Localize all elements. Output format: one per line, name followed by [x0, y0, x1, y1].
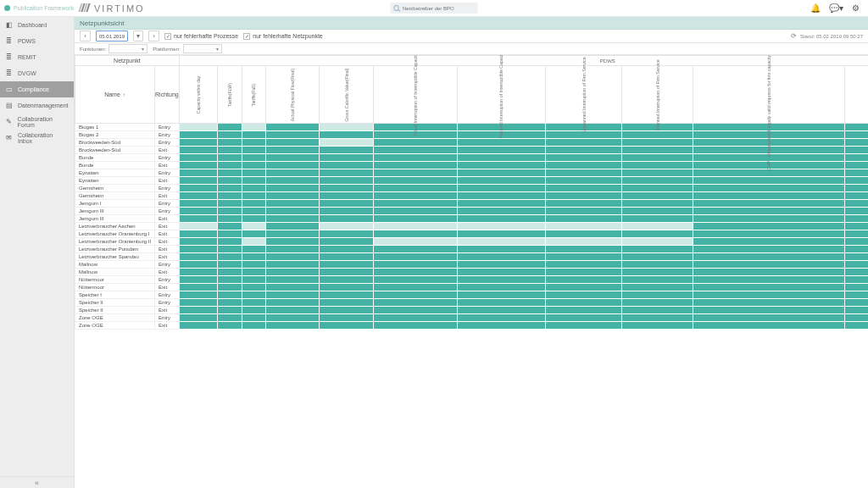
- status-cell[interactable]: [693, 208, 845, 215]
- chat-icon[interactable]: 💬▾: [829, 3, 843, 13]
- status-cell[interactable]: [242, 269, 265, 276]
- status-cell[interactable]: [218, 223, 242, 230]
- sidebar-item-compliance[interactable]: ▭Compliance: [0, 81, 74, 97]
- status-cell[interactable]: [218, 238, 242, 246]
- status-cell[interactable]: [179, 276, 218, 284]
- status-cell[interactable]: [242, 154, 265, 162]
- status-cell[interactable]: [546, 200, 622, 208]
- status-cell[interactable]: [179, 238, 218, 246]
- status-cell[interactable]: [218, 200, 242, 208]
- status-cell[interactable]: [373, 299, 457, 307]
- status-cell[interactable]: [242, 284, 265, 291]
- date-picker-button[interactable]: ▾: [133, 30, 143, 42]
- status-cell[interactable]: [693, 215, 845, 223]
- header-column[interactable]: Gross Calorific Value(Final): [319, 66, 373, 124]
- status-cell[interactable]: [546, 284, 622, 291]
- status-cell[interactable]: [546, 215, 622, 223]
- status-cell[interactable]: [265, 261, 319, 269]
- status-cell[interactable]: [458, 154, 546, 162]
- status-cell[interactable]: [458, 162, 546, 169]
- status-cell[interactable]: [373, 291, 457, 299]
- status-cell[interactable]: [218, 269, 242, 276]
- status-cell[interactable]: [693, 192, 845, 200]
- status-cell[interactable]: [373, 284, 457, 291]
- status-cell[interactable]: [845, 322, 868, 330]
- status-cell[interactable]: [546, 276, 622, 284]
- status-cell[interactable]: [265, 322, 319, 330]
- status-cell[interactable]: [693, 200, 845, 208]
- status-cell[interactable]: [265, 223, 319, 230]
- status-cell[interactable]: [319, 307, 373, 314]
- status-cell[interactable]: [693, 284, 845, 291]
- status-cell[interactable]: [546, 169, 622, 177]
- sidebar-item-remit[interactable]: ≣REMIT: [0, 49, 74, 65]
- status-cell[interactable]: [265, 169, 319, 177]
- status-cell[interactable]: [242, 223, 265, 230]
- status-cell[interactable]: [265, 291, 319, 299]
- status-cell[interactable]: [458, 246, 546, 253]
- status-cell[interactable]: [845, 215, 868, 223]
- status-cell[interactable]: [319, 284, 373, 291]
- status-cell[interactable]: [242, 185, 265, 192]
- status-cell[interactable]: [373, 269, 457, 276]
- header-column[interactable]: Capacity within day: [179, 66, 218, 124]
- status-cell[interactable]: [179, 185, 218, 192]
- header-column[interactable]: Planned Interruption of Interruptible Ca…: [458, 66, 546, 124]
- status-cell[interactable]: [218, 124, 242, 131]
- status-cell[interactable]: [319, 147, 373, 154]
- status-cell[interactable]: [622, 200, 693, 208]
- status-cell[interactable]: [319, 269, 373, 276]
- status-cell[interactable]: [218, 192, 242, 200]
- status-cell[interactable]: [693, 261, 845, 269]
- status-cell[interactable]: [546, 192, 622, 200]
- status-cell[interactable]: [218, 246, 242, 253]
- status-cell[interactable]: [242, 314, 265, 322]
- status-cell[interactable]: [179, 246, 218, 253]
- sidebar-item-dashboard[interactable]: ◧Dashboard: [0, 17, 74, 33]
- status-cell[interactable]: [622, 139, 693, 147]
- status-cell[interactable]: [546, 322, 622, 330]
- status-cell[interactable]: [179, 169, 218, 177]
- status-cell[interactable]: [845, 261, 868, 269]
- status-cell[interactable]: [242, 246, 265, 253]
- status-cell[interactable]: [265, 124, 319, 131]
- status-cell[interactable]: [546, 246, 622, 253]
- status-cell[interactable]: [546, 314, 622, 322]
- status-cell[interactable]: [242, 169, 265, 177]
- status-cell[interactable]: [373, 230, 457, 238]
- status-cell[interactable]: [546, 238, 622, 246]
- status-cell[interactable]: [218, 147, 242, 154]
- status-cell[interactable]: [179, 284, 218, 291]
- status-cell[interactable]: [845, 147, 868, 154]
- status-cell[interactable]: [373, 322, 457, 330]
- status-cell[interactable]: [218, 177, 242, 185]
- status-cell[interactable]: [179, 322, 218, 330]
- status-cell[interactable]: [845, 200, 868, 208]
- status-cell[interactable]: [242, 208, 265, 215]
- status-cell[interactable]: [373, 185, 457, 192]
- header-column[interactable]: CMP - Auctions with clearing prices high…: [845, 66, 868, 124]
- status-cell[interactable]: [622, 185, 693, 192]
- status-cell[interactable]: [179, 269, 218, 276]
- status-cell[interactable]: [179, 154, 218, 162]
- sidebar-item-datenmgmt[interactable]: ▤Datenmanagement: [0, 97, 74, 114]
- status-cell[interactable]: [265, 253, 319, 261]
- status-cell[interactable]: [373, 215, 457, 223]
- header-column[interactable]: Actual Physical Flow(Final): [265, 66, 319, 124]
- status-cell[interactable]: [242, 162, 265, 169]
- status-cell[interactable]: [693, 230, 845, 238]
- status-cell[interactable]: [546, 177, 622, 185]
- status-cell[interactable]: [373, 200, 457, 208]
- header-column[interactable]: Unplanned Interruption of Firm Service: [546, 66, 622, 124]
- status-cell[interactable]: [242, 299, 265, 307]
- status-cell[interactable]: [265, 284, 319, 291]
- status-cell[interactable]: [265, 307, 319, 314]
- status-cell[interactable]: [546, 253, 622, 261]
- status-cell[interactable]: [458, 261, 546, 269]
- status-cell[interactable]: [458, 314, 546, 322]
- status-cell[interactable]: [319, 169, 373, 177]
- status-cell[interactable]: [218, 314, 242, 322]
- status-cell[interactable]: [218, 322, 242, 330]
- status-cell[interactable]: [373, 162, 457, 169]
- status-cell[interactable]: [622, 208, 693, 215]
